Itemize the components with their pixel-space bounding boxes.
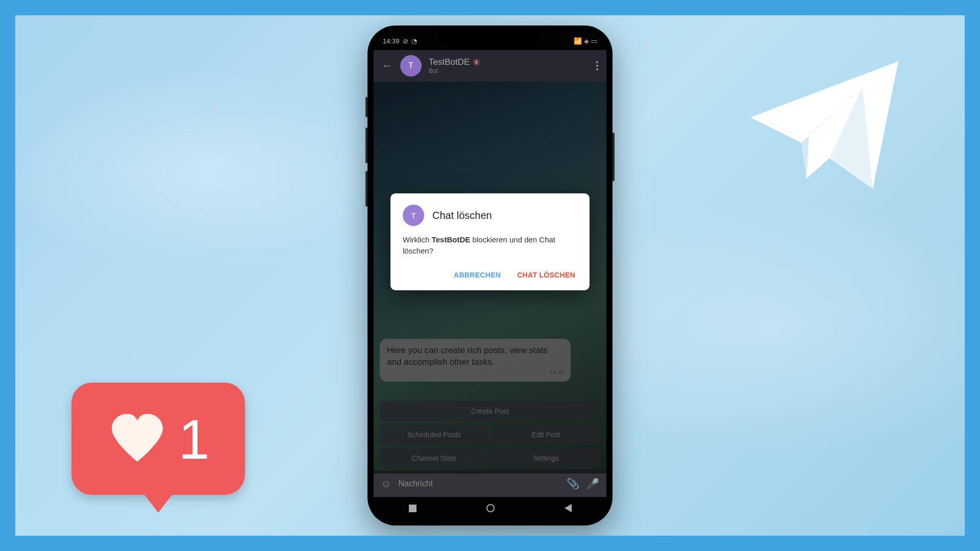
dialog-avatar: T — [403, 205, 424, 226]
chat-subtitle: Bot — [429, 67, 589, 74]
phone-notch — [439, 32, 541, 46]
attach-icon[interactable]: 📎 — [567, 478, 579, 490]
chat-header-info[interactable]: TestBotDE 🔇 Bot — [429, 57, 589, 74]
phone-volume-down — [365, 171, 368, 207]
dialog-text-prefix: Wirklich — [403, 235, 432, 244]
battery-icon: ▭ — [591, 37, 597, 45]
cancel-button[interactable]: ABBRECHEN — [452, 266, 503, 283]
phone-screen: 14:39 ⊘ ◔ 📶 ◈ ▭ ← T — [374, 32, 606, 519]
phone-frame: 14:39 ⊘ ◔ 📶 ◈ ▭ ← T — [368, 26, 612, 525]
telegram-logo-icon — [740, 51, 909, 201]
more-options-icon[interactable] — [596, 61, 598, 70]
wifi-icon: ◈ — [584, 37, 589, 45]
android-nav-bar — [374, 497, 606, 519]
nav-home-icon[interactable] — [486, 504, 495, 512]
back-arrow-icon[interactable]: ← — [382, 59, 393, 72]
mic-icon[interactable]: 🎤 — [586, 478, 599, 490]
background-panel: 1 14:39 ⊘ ◔ 📶 ◈ ▭ — [15, 15, 965, 536]
mute-icon: 🔇 — [473, 59, 480, 66]
chat-header: ← T TestBotDE 🔇 Bot — [374, 50, 606, 82]
dialog-title: Chat löschen — [432, 209, 492, 221]
chat-title: TestBotDE — [429, 57, 470, 67]
nav-recent-icon[interactable] — [409, 505, 416, 512]
dialog-text-bold: TestBotDE — [432, 235, 471, 244]
whatsapp-icon: ◔ — [411, 37, 417, 45]
outer-frame: 1 14:39 ⊘ ◔ 📶 ◈ ▭ — [0, 0, 980, 551]
message-input[interactable]: Nachricht — [398, 479, 559, 488]
avatar-letter: T — [408, 61, 413, 70]
status-time: 14:39 — [383, 37, 400, 45]
like-count: 1 — [178, 407, 209, 471]
phone-power-button — [612, 133, 615, 181]
dialog-avatar-letter: T — [411, 211, 415, 219]
chat-avatar[interactable]: T — [400, 55, 422, 77]
delete-chat-button[interactable]: CHAT LÖSCHEN — [515, 266, 577, 283]
phone-side-button — [365, 97, 368, 117]
phone-volume-up — [365, 128, 368, 163]
dnd-icon: ⊘ — [403, 37, 408, 45]
message-input-bar: ☺ Nachricht 📎 🎤 — [374, 470, 606, 497]
nav-back-icon[interactable] — [565, 504, 572, 512]
signal-icon: 📶 — [574, 37, 582, 45]
like-notification: 1 — [71, 383, 245, 495]
heart-icon — [107, 411, 168, 467]
delete-chat-dialog: T Chat löschen Wirklich TestBotDE blocki… — [390, 193, 590, 290]
dialog-body: Wirklich TestBotDE blockieren und den Ch… — [403, 234, 577, 257]
emoji-icon[interactable]: ☺ — [381, 478, 391, 490]
